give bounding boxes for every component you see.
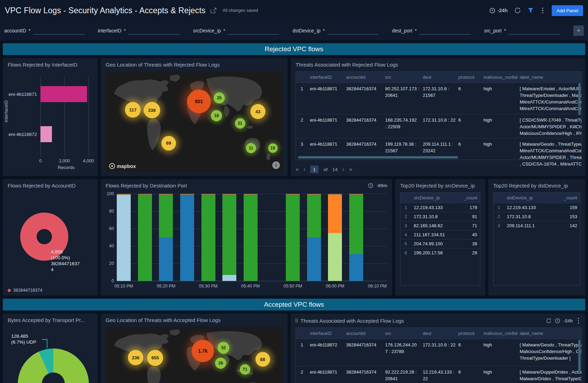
filter-input-interfaceID[interactable]	[128, 27, 180, 35]
required-marker: *	[504, 28, 506, 33]
filter-icon[interactable]	[528, 8, 534, 13]
panel-time-range[interactable]: -24h	[564, 318, 573, 323]
map-info-button[interactable]: i	[272, 161, 280, 169]
bar-eni-4b118872[interactable]: eni-4b118872	[40, 126, 52, 142]
total-pages: 14	[333, 167, 338, 172]
dest-port-stacked-chart: 02040608010005:10 PM05:20 PM05:30 PM05:4…	[117, 194, 387, 281]
table-row[interactable]: 3209.114.111.1142	[494, 221, 580, 230]
cell-index: 2	[400, 212, 411, 221]
map-bubble[interactable]: 26	[215, 358, 226, 369]
next-page-button[interactable]: ›	[343, 166, 344, 173]
filter-input-accountID[interactable]	[33, 27, 85, 35]
stacked-bar[interactable]	[117, 194, 131, 281]
stacked-bar[interactable]	[201, 194, 215, 281]
stacked-bar[interactable]	[159, 194, 173, 281]
panel-threats-rejected: Threats Associated with Rejected Flow Lo…	[291, 58, 585, 176]
filter-input-dstDevice_ip[interactable]	[327, 27, 379, 35]
kebab-menu-icon[interactable]	[576, 317, 581, 324]
callout-line	[48, 244, 49, 253]
chart-legend[interactable]: 382844716374	[8, 288, 42, 293]
table-row[interactable]: 2eni-4b11887138284471637492.222.219.26 :…	[296, 366, 581, 383]
table-row[interactable]: 1eni-4b11887138284471637480.252.107.173 …	[296, 83, 581, 114]
map-bubble[interactable]: 801	[187, 90, 211, 113]
bar-eni-4b118871[interactable]: eni-4b118871	[40, 86, 87, 102]
donut-callout: 4,856(100.0%)382844716374	[51, 249, 80, 273]
share-icon[interactable]	[211, 8, 217, 14]
filter-item: interfaceID*	[98, 27, 180, 35]
table-row[interactable]: 382.165.148.6271	[400, 221, 480, 230]
cell-index: 6	[400, 248, 411, 257]
col-protocol: protocol	[456, 328, 481, 339]
callout-line-text: 4	[51, 267, 80, 273]
stacked-bar[interactable]	[222, 194, 236, 281]
mapbox-attribution[interactable]: mapbox	[109, 163, 136, 169]
stacked-bar[interactable]	[349, 194, 363, 281]
geo-map-accepted[interactable]: 2366551.7k52267188mapboxi	[106, 327, 283, 383]
map-bubble[interactable]: 236	[128, 350, 143, 365]
map-bubble[interactable]: 71	[240, 364, 250, 375]
table-row[interactable]: 2172.31.10.8153	[494, 212, 580, 221]
table-row[interactable]: 4211.167.104.5145	[400, 230, 480, 239]
saved-status: All changes saved	[223, 8, 258, 13]
add-filter-button[interactable]: +	[573, 25, 584, 36]
map-bubble[interactable]: 43	[250, 104, 265, 119]
cell-src: 199.119.78.38 :21567	[383, 138, 421, 171]
map-bubble[interactable]: 88	[255, 352, 270, 367]
map-bubble[interactable]: 655	[147, 350, 163, 366]
cell-confidence: high	[481, 366, 518, 383]
map-bubble[interactable]: 18	[211, 110, 222, 121]
table-row[interactable]: 5204.74.99.10039	[400, 239, 480, 248]
map-bubble[interactable]: 25	[214, 92, 225, 104]
first-page-button[interactable]: «	[296, 166, 299, 173]
time-range-control[interactable]: -24h	[489, 8, 507, 14]
table-row[interactable]: 2eni-4b118871382844716374168.235.74.192:…	[296, 114, 581, 138]
cell-num: 1	[296, 83, 308, 114]
stacked-bar[interactable]	[244, 194, 258, 281]
refresh-icon[interactable]	[514, 7, 521, 14]
map-bubble[interactable]: 117	[125, 102, 141, 118]
kebab-menu-icon[interactable]	[541, 7, 545, 14]
add-panel-button[interactable]: Add Panel	[552, 5, 583, 16]
map-bubble[interactable]: 19	[268, 143, 277, 153]
map-bubble[interactable]: 69	[161, 136, 176, 151]
table-row[interactable]: 1eni-4b118872382844716374176.126.244.207…	[296, 339, 581, 366]
stacked-bar[interactable]	[328, 194, 342, 281]
vertical-scrollbar[interactable]	[578, 340, 581, 372]
map-bubble[interactable]: 11	[246, 143, 256, 153]
cell-protocol: 6	[456, 83, 481, 114]
horizontal-scrollbar[interactable]	[298, 156, 458, 159]
table-row[interactable]: 2172.31.10.891	[400, 212, 480, 221]
table-row[interactable]: 112.219.43.133179	[400, 203, 480, 212]
geo-map-rejected[interactable]: 11733880125183143691119mapboxi	[106, 71, 283, 172]
required-marker: *	[323, 28, 324, 33]
current-page[interactable]: 1	[310, 166, 319, 173]
stacked-bar[interactable]	[307, 194, 321, 281]
table-row[interactable]: 112.219.43.133159	[494, 203, 580, 212]
map-bubble[interactable]: 31	[235, 118, 245, 129]
map-bubble[interactable]: 1.7k	[192, 340, 214, 362]
drag-handle[interactable]	[296, 319, 298, 323]
stacked-bar[interactable]	[286, 194, 300, 281]
y-tick-label: 0	[112, 278, 114, 283]
panel-time-range[interactable]: -60m	[377, 183, 387, 188]
map-bubble[interactable]: 338	[144, 102, 160, 118]
top-src-table: srcDevice_ip_count112.219.43.1331792172.…	[400, 192, 480, 286]
filter-input-dest_port[interactable]	[419, 27, 471, 35]
filter-input-src_port[interactable]	[509, 27, 560, 35]
map-bubble[interactable]: 52	[217, 342, 229, 354]
x-tick-label: 05:50 PM	[283, 284, 302, 289]
stacked-bar[interactable]	[180, 194, 194, 281]
panel-geo-rejected: Geo Location of Threats with Rejected Fl…	[101, 58, 288, 176]
refresh-icon[interactable]	[546, 318, 551, 323]
x-tick-label: 05:20 PM	[156, 284, 175, 289]
stacked-bar[interactable]	[138, 194, 152, 281]
cell-index: 5	[400, 239, 411, 248]
vertical-scrollbar[interactable]	[578, 83, 581, 115]
transport-donut-chart[interactable]	[18, 348, 89, 383]
prev-page-button[interactable]: ‹	[304, 166, 305, 173]
last-page-button[interactable]: »	[349, 166, 352, 173]
filter-input-srcDevice_ip[interactable]	[228, 27, 279, 35]
col-label_name: label_name	[518, 328, 581, 339]
cell-protocol: 6	[456, 339, 481, 366]
table-row[interactable]: 6199.200.17.5629	[400, 248, 480, 257]
